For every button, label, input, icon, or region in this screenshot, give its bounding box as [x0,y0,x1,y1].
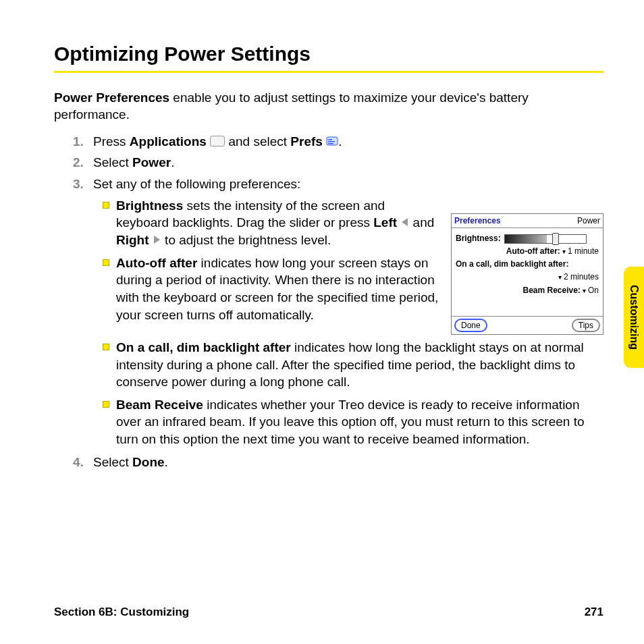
screenshot-category: Power [577,215,600,226]
brightness-slider [504,234,587,244]
step4-done: Done [132,455,165,469]
screenshot-oncall-row: On a call, dim backlight after: [456,259,599,269]
screenshot-title: Preferences [454,215,501,226]
svg-rect-1 [328,139,332,140]
screenshot-beam-value: On [583,286,599,295]
intro-paragraph: Power Preferences enable you to adjust s… [54,89,603,124]
page-footer: Section 6B: Customizing 271 [54,605,603,620]
bullet-autooff: Auto-off after indicates how long your s… [116,254,439,324]
svg-rect-3 [328,143,333,144]
screenshot-autooff-row: Auto-off after: 1 minute [456,246,599,257]
left-arrow-icon [402,218,408,226]
brightness-t2: and [409,215,434,230]
device-screenshot: Preferences Power Brightness: Auto-off a… [451,213,603,335]
bullet-brightness: Brightness sets the intensity of the scr… [116,197,439,249]
beam-term: Beam Receive [116,398,203,412]
step1-mid: and select [225,134,290,149]
brightness-right: Right [116,233,149,247]
intro-lead: Power Preferences [54,90,169,105]
screenshot-oncall-value: 2 minutes [558,272,599,281]
screenshot-autooff-label: Auto-off after: [506,246,560,256]
step3-lead: Set any of the following preferences: [93,177,300,191]
screenshot-brightness-label: Brightness: [456,234,501,243]
svg-rect-2 [328,141,335,142]
side-tab: Customizing [624,267,644,368]
right-arrow-icon [154,236,160,244]
step-3: Set any of the following preferences: Br… [93,176,603,448]
side-tab-label: Customizing [626,285,641,350]
brightness-term: Brightness [116,198,183,213]
step1-post: . [338,134,342,149]
prefs-icon [326,136,338,146]
screenshot-beam-label: Beam Receive: [522,286,580,295]
step-2: Select Power. [93,154,603,171]
screenshot-titlebar: Preferences Power [452,214,603,228]
autooff-term: Auto-off after [116,256,197,270]
step-1: Press Applications and select Prefs . [93,133,603,151]
bullet-beam: Beam Receive indicates whether your Treo… [116,396,603,448]
screenshot-done-button: Done [454,319,487,332]
step2-power: Power [132,155,171,169]
step1-applications: Applications [130,134,207,149]
step4-pre: Select [93,455,132,469]
screenshot-autooff-value: 1 minute [562,246,599,256]
page-title: Optimizing Power Settings [54,41,603,68]
step2-post: . [171,155,174,169]
screenshot-oncall-label: On a call, dim backlight after: [456,259,568,269]
step2-pre: Select [93,155,132,169]
brightness-left: Left [373,215,397,230]
brightness-t3: to adjust the brightness level. [161,233,331,247]
screenshot-brightness-row: Brightness: [456,233,599,244]
bullet-oncall: On a call, dim backlight after indicates… [116,339,603,391]
footer-page: 271 [585,605,603,620]
oncall-term: On a call, dim backlight after [116,340,291,354]
screenshot-oncall-value-row: 2 minutes [456,271,599,282]
step1-pre: Press [93,134,130,149]
screenshot-beam-row: Beam Receive: On [456,285,599,296]
step4-post: . [165,455,168,469]
screenshot-tips-button: Tips [572,319,600,332]
footer-section: Section 6B: Customizing [54,605,189,620]
step1-prefs: Prefs [290,134,323,149]
title-rule [54,71,603,73]
applications-key-icon [210,136,225,146]
step-4: Select Done. [93,454,603,471]
